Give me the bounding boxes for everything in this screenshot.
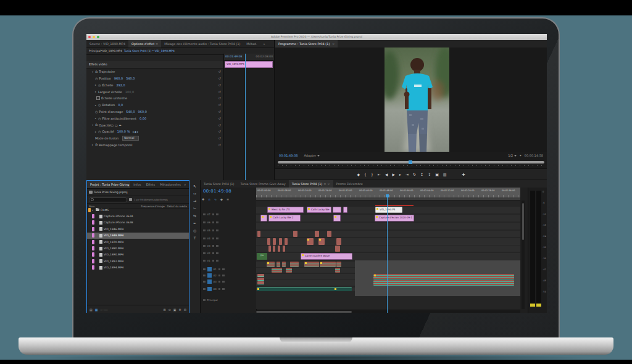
scrollbar-thumb[interactable]	[522, 203, 524, 240]
mark-out-button[interactable]: }	[371, 172, 373, 176]
video-track-header-v4[interactable]: V4	[203, 236, 254, 241]
timeline-clip[interactable]: Cath Lucky We	[307, 207, 331, 213]
audio-track-header-a3[interactable]: A3	[203, 279, 254, 284]
timeline-tracks[interactable]: Merci & Fin (TitCath Lucky WeVID_1890.P5…	[256, 201, 520, 309]
param-value[interactable]: 540,0	[126, 77, 135, 80]
timeline-clip[interactable]	[318, 238, 325, 245]
solo-icon[interactable]	[222, 275, 225, 277]
label-color-chip[interactable]	[92, 252, 94, 257]
go-to-out-button[interactable]: ⇥	[405, 172, 409, 176]
mask-tool-icon[interactable]: ▭	[115, 123, 118, 127]
lock-icon[interactable]	[203, 260, 206, 262]
program-video-area[interactable]	[275, 48, 547, 152]
track-eye-icon[interactable]	[216, 238, 218, 240]
track-eye-icon[interactable]	[216, 245, 218, 247]
timeline-clip[interactable]	[276, 262, 280, 267]
effect-row-effets-vid-o[interactable]: Effets vidéo	[86, 61, 223, 68]
playback-resolution-dropdown[interactable]: 1/2	[508, 154, 517, 157]
master-track-header[interactable]: Principal	[203, 297, 254, 303]
timeline-clip[interactable]	[320, 262, 336, 267]
label-color-chip[interactable]	[92, 240, 94, 244]
stopwatch-icon[interactable]: ◷	[98, 83, 101, 87]
close-icon[interactable]: ×	[327, 182, 330, 186]
add-button[interactable]: ✚	[462, 172, 465, 176]
new-bin-button[interactable]: ▣	[173, 308, 177, 312]
timeline-clip[interactable]	[272, 268, 282, 273]
extract-button[interactable]: ↧	[428, 172, 431, 176]
blend-mode-dropdown[interactable]: Normal	[122, 136, 138, 141]
timeline-clip[interactable]	[304, 262, 319, 267]
reset-effect-icon[interactable]: ↺	[218, 77, 221, 80]
reset-effect-icon[interactable]: ↺	[218, 110, 221, 114]
panel-menu-icon[interactable]: ≡	[156, 42, 158, 46]
close-icon[interactable]: ×	[332, 42, 335, 46]
timeline-playhead[interactable]	[387, 194, 388, 313]
timeline-clip[interactable]	[283, 246, 285, 252]
effect-mini-timeline[interactable]: 00:01:49:08 00:02:08:00 VID_1890.MP4	[223, 54, 274, 180]
param-value[interactable]: 960,0	[138, 110, 147, 114]
lock-icon[interactable]	[203, 281, 206, 283]
timeline-clip[interactable]	[290, 262, 299, 267]
audio-track-header-a4[interactable]: A4	[203, 286, 254, 292]
timeline-clip[interactable]: Carte routière Wave	[301, 253, 352, 260]
track-lane[interactable]	[256, 253, 520, 260]
reset-effect-icon[interactable]: ↺	[218, 83, 221, 87]
effect-playhead[interactable]	[245, 54, 246, 180]
lock-icon[interactable]	[203, 245, 206, 247]
param-value[interactable]: 960,0	[114, 77, 123, 80]
param-value[interactable]: 292,0	[116, 83, 125, 87]
lock-icon[interactable]	[203, 288, 206, 291]
track-select-tool[interactable]: ↔	[193, 191, 196, 196]
lock-icon[interactable]	[203, 221, 206, 224]
label-color-chip[interactable]	[92, 246, 94, 250]
label-color-chip[interactable]	[92, 214, 94, 218]
timeline-clip[interactable]	[257, 281, 264, 284]
tab-overflow-icon[interactable]: »	[181, 181, 189, 188]
selection-tool[interactable]: ↖	[193, 184, 196, 188]
track-eye-icon[interactable]	[216, 213, 218, 216]
source-patch-toggle[interactable]	[207, 279, 212, 284]
mark-in-button[interactable]: {	[364, 172, 367, 176]
timeline-clip[interactable]	[273, 246, 275, 252]
icon-view-button[interactable]: ▦	[95, 308, 98, 312]
effect-row-rotation[interactable]: ▸◷Rotation0,0↺	[86, 102, 223, 109]
timeline-playhead-head[interactable]	[386, 194, 389, 197]
track-lane[interactable]	[256, 223, 520, 230]
project-tab[interactable]: Effets	[143, 181, 157, 188]
timeline-tab[interactable]: Tunia Store Promo Give Away	[238, 180, 289, 188]
timeline-clip[interactable]	[257, 274, 264, 277]
label-color-chip[interactable]	[92, 233, 94, 238]
lock-icon[interactable]	[203, 238, 206, 240]
solo-icon[interactable]	[222, 268, 225, 271]
item-caret-icon[interactable]: ▾	[92, 209, 94, 212]
tab-overflow-icon[interactable]: »	[260, 40, 268, 48]
effect-row-opacit-[interactable]: ▾fxOpacité○▭✒↺	[86, 122, 223, 128]
list-view-button[interactable]: ▤	[89, 308, 93, 312]
track-eye-icon[interactable]	[216, 260, 218, 262]
timeline-clip[interactable]	[260, 215, 267, 221]
timeline-clip[interactable]	[333, 207, 341, 213]
project-tab[interactable]: Métadonnées	[157, 181, 181, 188]
stopwatch-icon[interactable]: ◷	[98, 117, 101, 120]
timeline-clip[interactable]	[268, 246, 271, 252]
video-track-header-v2[interactable]: V2	[203, 250, 254, 256]
timeline-tab[interactable]: Tunia Store Pr04 (1)≡×	[289, 180, 333, 188]
toggle-track-output-icon[interactable]	[212, 252, 215, 255]
timeline-clip[interactable]	[373, 274, 514, 279]
razor-tool[interactable]: ✂	[193, 206, 196, 210]
project-item-row[interactable]: ▾FILMS	[87, 207, 189, 213]
project-item-row[interactable]: Capture iPhone 362A	[87, 213, 189, 219]
solo-icon[interactable]	[222, 281, 225, 283]
new-item-button[interactable]: ✚	[179, 308, 181, 312]
label-color-chip[interactable]	[92, 220, 94, 225]
effect-controls-tab[interactable]: Source : VID_1890.MP4	[86, 40, 128, 48]
effect-row-trajectoire[interactable]: ▾fxTrajectoire↺	[86, 68, 223, 75]
project-item-row[interactable]: VID_1848.MP4	[87, 233, 189, 239]
program-timecode[interactable]: 00:01:49:08	[279, 154, 298, 157]
mute-icon[interactable]	[218, 268, 221, 271]
source-patch-toggle[interactable]	[207, 287, 212, 291]
timeline-clip[interactable]	[273, 238, 276, 245]
timeline-clip[interactable]	[267, 262, 275, 267]
label-color-chip[interactable]	[88, 208, 91, 212]
project-item-row[interactable]: Capture iPhone 362B	[87, 220, 189, 226]
